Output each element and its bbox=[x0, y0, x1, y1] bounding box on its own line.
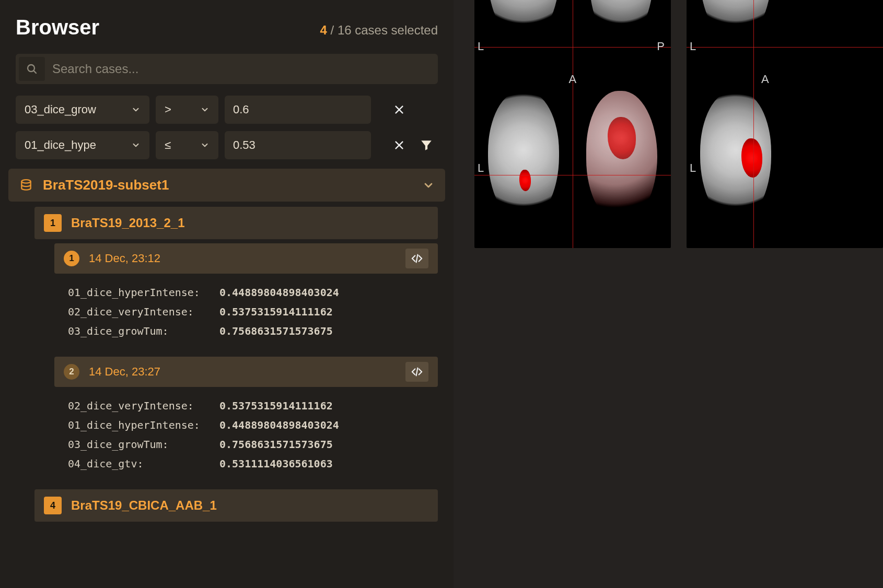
case-row[interactable]: 4 BraTS19_CBICA_AAB_1 bbox=[34, 489, 438, 522]
pass-row[interactable]: 1 14 Dec, 23:12 bbox=[54, 243, 438, 274]
svg-point-6 bbox=[21, 180, 30, 183]
pass-timestamp: 14 Dec, 23:12 bbox=[89, 252, 160, 265]
close-icon bbox=[393, 104, 405, 115]
search-row[interactable] bbox=[16, 54, 438, 84]
pass-badge: 2 bbox=[64, 364, 79, 380]
metric-row: 03_dice_growTum:0.7568631571573675 bbox=[68, 435, 428, 454]
total-count-suffix: 16 cases selected bbox=[338, 23, 438, 37]
selection-count: 4 / 16 cases selected bbox=[320, 23, 438, 38]
metric-row: 04_dice_gtv:0.5311114036561063 bbox=[68, 454, 428, 474]
filter-apply-button[interactable] bbox=[415, 134, 438, 157]
filter-field-select-1[interactable]: 03_dice_grow bbox=[16, 96, 149, 124]
chevron-down-icon bbox=[131, 140, 141, 150]
chevron-down-icon bbox=[422, 179, 435, 192]
filter-row-2: 01_dice_hype ≤ bbox=[16, 131, 438, 159]
pass-row[interactable]: 2 14 Dec, 23:27 bbox=[54, 357, 438, 387]
metric-row: 01_dice_hyperIntense:0.44889804898403024 bbox=[68, 283, 428, 302]
filter-field-select-2[interactable]: 01_dice_hype bbox=[16, 131, 149, 159]
browser-header: Browser 4 / 16 cases selected bbox=[16, 16, 438, 39]
pass-timestamp: 14 Dec, 23:27 bbox=[89, 365, 160, 379]
case-badge: 4 bbox=[44, 497, 62, 514]
orientation-label-l: L bbox=[478, 40, 484, 53]
orientation-label-p: P bbox=[657, 40, 665, 53]
case-name: BraTS19_2013_2_1 bbox=[71, 216, 185, 230]
pass-code-button[interactable] bbox=[405, 362, 428, 382]
orientation-label-a: A bbox=[761, 73, 769, 86]
metric-row: 02_dice_veryIntense:0.5375315914111162 bbox=[68, 302, 428, 322]
filter-op-select-2[interactable]: ≤ bbox=[156, 131, 218, 159]
pass-code-button[interactable] bbox=[405, 249, 428, 268]
metrics-block: 01_dice_hyperIntense:0.44889804898403024… bbox=[54, 278, 438, 348]
case-list: BraTS2019-subset1 1 BraTS19_2013_2_1 1 1… bbox=[16, 169, 438, 522]
database-icon bbox=[19, 178, 33, 193]
pass-badge: 1 bbox=[64, 251, 79, 266]
filter-value-input-1[interactable] bbox=[225, 96, 371, 124]
search-icon bbox=[19, 57, 45, 81]
chevron-down-icon bbox=[200, 105, 210, 114]
code-icon bbox=[410, 366, 424, 378]
metrics-block: 02_dice_veryIntense:0.5375315914111162 0… bbox=[54, 391, 438, 481]
filter-field-label-1: 03_dice_grow bbox=[25, 103, 96, 116]
orientation-label-l: L bbox=[478, 161, 484, 175]
code-icon bbox=[410, 253, 424, 264]
filter-op-label-1: > bbox=[165, 103, 171, 116]
case-thumbnail[interactable]: L A L bbox=[687, 0, 883, 248]
viewer-panel: L P A L L A L bbox=[454, 0, 883, 588]
metric-row: 01_dice_hyperIntense:0.44889804898403024 bbox=[68, 416, 428, 435]
filter-remove-button-2[interactable] bbox=[390, 136, 409, 155]
filter-row-1: 03_dice_grow > bbox=[16, 96, 438, 124]
browser-title: Browser bbox=[16, 16, 99, 39]
svg-line-8 bbox=[416, 368, 418, 376]
orientation-label-a: A bbox=[568, 73, 576, 86]
selected-count: 4 bbox=[320, 23, 327, 37]
filter-field-label-2: 01_dice_hype bbox=[25, 138, 96, 152]
svg-line-7 bbox=[416, 255, 418, 263]
search-input[interactable] bbox=[48, 56, 435, 81]
close-icon bbox=[393, 139, 405, 151]
dataset-row[interactable]: BraTS2019-subset1 bbox=[8, 169, 445, 202]
svg-line-1 bbox=[33, 70, 36, 73]
filter-value-input-2[interactable] bbox=[225, 131, 371, 159]
case-badge: 1 bbox=[44, 214, 62, 232]
chevron-down-icon bbox=[131, 105, 141, 114]
filter-remove-button-1[interactable] bbox=[390, 100, 409, 119]
orientation-label-l: L bbox=[690, 161, 696, 175]
orientation-label-l: L bbox=[690, 40, 696, 53]
chevron-down-icon bbox=[200, 140, 210, 150]
case-thumbnail[interactable]: L P A L bbox=[474, 0, 671, 248]
filter-op-label-2: ≤ bbox=[165, 138, 171, 152]
metric-row: 02_dice_veryIntense:0.5375315914111162 bbox=[68, 396, 428, 416]
filter-op-select-1[interactable]: > bbox=[156, 96, 218, 124]
metric-row: 03_dice_growTum:0.7568631571573675 bbox=[68, 322, 428, 341]
case-row[interactable]: 1 BraTS19_2013_2_1 bbox=[34, 207, 438, 239]
dataset-name: BraTS2019-subset1 bbox=[43, 177, 169, 193]
browser-panel: Browser 4 / 16 cases selected 03_dice_gr… bbox=[0, 0, 454, 588]
case-name: BraTS19_CBICA_AAB_1 bbox=[71, 498, 217, 513]
filter-icon bbox=[420, 138, 433, 152]
